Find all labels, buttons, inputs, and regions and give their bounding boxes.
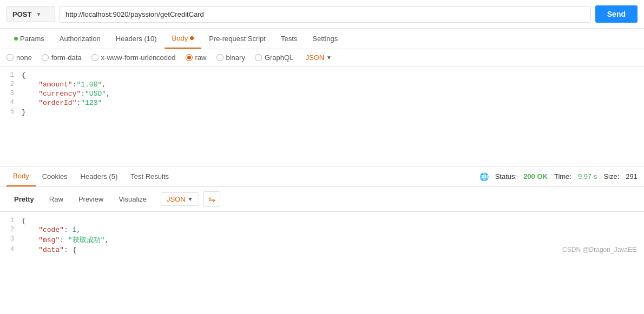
time-label: Time: [554, 172, 571, 181]
tab-settings[interactable]: Settings [305, 29, 345, 48]
option-binary-label: binary [226, 54, 245, 62]
option-none-label: none [16, 54, 32, 62]
tab-params-label: Params [20, 35, 44, 43]
top-bar: POST ▼ Send [0, 0, 644, 29]
fmt-tab-raw[interactable]: Raw [42, 192, 71, 206]
fmt-tab-preview[interactable]: Preview [71, 192, 111, 206]
resp-tab-body[interactable]: Body [6, 166, 36, 186]
tab-prerequest[interactable]: Pre-request Script [201, 29, 273, 48]
tab-prerequest-label: Pre-request Script [209, 35, 266, 43]
radio-graphql [255, 54, 262, 61]
watermark: CSDN @Dragon_JavaEE [562, 246, 636, 253]
method-label: POST [12, 10, 31, 18]
tab-authorization-label: Authorization [60, 35, 101, 43]
resp-line-2: 2 "code": 1, [0, 225, 644, 235]
resp-tab-cookies-label: Cookies [42, 172, 68, 181]
body-options-bar: none form-data x-www-form-urlencoded raw… [0, 49, 644, 66]
option-none[interactable]: none [6, 54, 32, 62]
option-urlencoded[interactable]: x-www-form-urlencoded [91, 54, 176, 62]
resp-format-label: JSON [167, 195, 186, 203]
globe-icon: 🌐 [479, 172, 489, 181]
option-raw[interactable]: raw [186, 54, 207, 62]
req-line-5: 5 } [0, 108, 644, 117]
response-section: Body Cookies Headers (5) Test Results 🌐 … [0, 166, 644, 259]
response-tab-bar: Body Cookies Headers (5) Test Results 🌐 … [0, 166, 644, 187]
response-format-toolbar: Pretty Raw Preview Visualize JSON ▼ ⇋ [0, 187, 644, 212]
resp-tab-cookies[interactable]: Cookies [36, 167, 74, 186]
url-input[interactable] [60, 6, 591, 23]
request-body-editor[interactable]: 1 { 2 "amount":"1.00", 3 "currency":"USD… [0, 66, 644, 166]
resp-tab-test-results[interactable]: Test Results [124, 167, 175, 186]
resp-tab-body-label: Body [13, 172, 29, 180]
option-graphql[interactable]: GraphQL [255, 54, 293, 62]
size-value: 291 [626, 172, 638, 181]
wrap-button[interactable]: ⇋ [203, 191, 220, 207]
resp-tab-headers[interactable]: Headers (5) [74, 167, 124, 186]
tab-headers-label: Headers (10) [116, 35, 157, 43]
params-dot [14, 37, 18, 41]
radio-raw [186, 54, 193, 61]
response-body-editor: 1 { 2 "code": 1, 3 "msg": "获取成功", 4 "dat… [0, 212, 644, 259]
size-label: Size: [603, 172, 619, 181]
fmt-tab-raw-label: Raw [49, 195, 63, 203]
format-select[interactable]: JSON ▼ [305, 54, 332, 62]
request-tab-bar: Params Authorization Headers (10) Body P… [0, 29, 644, 49]
method-select[interactable]: POST ▼ [6, 6, 55, 22]
radio-none [6, 54, 14, 61]
fmt-tab-visualize[interactable]: Visualize [111, 192, 154, 206]
tab-body-label: Body [172, 34, 188, 42]
option-graphql-label: GraphQL [265, 54, 293, 62]
time-value: 9.97 s [578, 172, 597, 181]
option-form-data-label: form-data [51, 54, 82, 62]
req-line-2: 2 "amount":"1.00", [0, 80, 644, 89]
req-line-4: 4 "orderId":"123" [0, 98, 644, 108]
tab-headers[interactable]: Headers (10) [108, 29, 165, 48]
option-raw-label: raw [195, 54, 207, 62]
req-line-3: 3 "currency":"USD", [0, 89, 644, 98]
radio-binary [216, 54, 224, 61]
option-urlencoded-label: x-www-form-urlencoded [101, 54, 176, 62]
fmt-tab-pretty[interactable]: Pretty [6, 192, 42, 206]
method-arrow-icon: ▼ [36, 11, 49, 17]
status-label: Status: [495, 172, 517, 181]
tab-tests[interactable]: Tests [273, 29, 305, 48]
fmt-tab-preview-label: Preview [78, 195, 103, 203]
format-label: JSON [305, 54, 324, 62]
tab-params[interactable]: Params [6, 29, 52, 48]
radio-urlencoded [91, 54, 98, 61]
resp-tab-test-results-label: Test Results [130, 172, 169, 181]
option-form-data[interactable]: form-data [42, 54, 82, 62]
body-dot [190, 36, 194, 40]
option-binary[interactable]: binary [216, 54, 245, 62]
resp-line-4: 4 "data": { [0, 245, 644, 255]
tab-tests-label: Tests [281, 35, 297, 43]
send-button[interactable]: Send [595, 5, 638, 23]
req-line-1: 1 { [0, 71, 644, 80]
fmt-tab-pretty-label: Pretty [14, 195, 34, 203]
format-arrow-icon: ▼ [326, 55, 332, 61]
resp-tab-headers-label: Headers (5) [81, 172, 118, 181]
status-value: 200 OK [523, 172, 548, 181]
radio-form-data [42, 54, 49, 61]
resp-line-1: 1 { [0, 216, 644, 225]
tab-body[interactable]: Body [165, 29, 202, 49]
resp-format-arrow-icon: ▼ [188, 196, 193, 202]
tab-authorization[interactable]: Authorization [52, 29, 108, 48]
resp-line-3: 3 "msg": "获取成功", [0, 235, 644, 245]
resp-format-select[interactable]: JSON ▼ [161, 192, 199, 206]
tab-settings-label: Settings [312, 35, 338, 43]
response-meta: 🌐 Status: 200 OK Time: 9.97 s Size: 291 [479, 172, 638, 181]
fmt-tab-visualize-label: Visualize [119, 195, 147, 203]
